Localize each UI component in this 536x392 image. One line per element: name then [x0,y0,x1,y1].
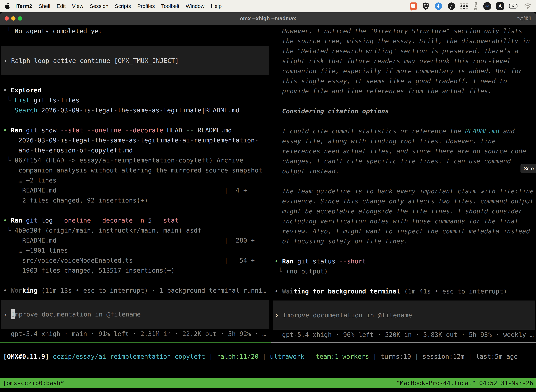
terminal-line [0,115,271,125]
menu-item-help[interactable]: Help [208,3,225,9]
terminal-line: README.md | 4 + [0,185,271,195]
wifi-icon[interactable] [524,3,532,9]
shield-icon[interactable] [422,2,429,10]
right-terminal-pane[interactable]: However, I noticed the "Directory Struct… [271,25,536,343]
menu-item-iterm2[interactable]: iTerm2 [12,3,35,9]
menu-item-session[interactable]: Session [86,3,112,9]
terminal-line [271,176,536,186]
terminal-line: The team guideline is to back every impo… [271,186,536,196]
terminal-line: └ List git ls-files [0,95,271,105]
terminal-line: • Ran git status --short [271,256,536,266]
timer-icon[interactable]: ..61 [483,2,491,10]
terminal-line: └ No agents completed yet [0,26,271,36]
battery-charging-icon[interactable] [509,4,519,9]
terminal-line: └ 4b9d30f (origin/main, instructkr/main,… [0,225,271,235]
window-title-bar: omx --xhigh --madmax ⌥⌘1 [0,12,536,25]
menu-item-edit[interactable]: Edit [53,3,69,9]
crescent-icon[interactable] [447,2,455,10]
prompt-input[interactable]: › Improve documentation in @filename [273,300,535,330]
terminal-line: changes, I can't cite specific file line… [271,156,536,166]
terminal-line: might be acceptable alongside the file l… [271,206,536,216]
terminal-line: gpt-5.4 xhigh · 96% left · 520K in · 5.8… [271,330,536,340]
omx-status-line: [OMX#0.11.9] cczip/essay/ai-reimplementa… [0,343,536,360]
lightning-icon[interactable] [434,2,442,10]
menu-item-view[interactable]: View [69,3,86,9]
terminal-line [0,275,271,285]
terminal-line: • Waiting for background terminal (1m 41… [271,286,536,296]
apple-menu-icon[interactable] [5,3,10,9]
terminal-line: slight risk that future readers may over… [271,56,536,66]
menu-item-toolbelt[interactable]: Toolbelt [158,3,182,9]
menu-item-shell[interactable]: Shell [35,3,53,9]
screen-share-tooltip[interactable]: Scre [521,164,536,173]
terminal-line: 1903 files changed, 513517 insertions(+) [0,265,271,275]
terminal-line: README.md | 280 + [0,235,271,245]
terminal-line [0,205,271,215]
terminal-line: companion file, especially if more comme… [271,66,536,76]
terminal-content: └ No agents completed yet › Ralph loop a… [0,25,536,343]
terminal-line: Considering citation options [271,106,536,116]
chat-badge-icon[interactable] [410,2,417,10]
terminal-line: output instead. [271,166,536,176]
prompt-input[interactable]: › Ralph loop active continue [OMX_TMUX_I… [1,46,269,75]
menu-status-icons: ..61 A [410,2,536,10]
terminal-line: • Explored [0,85,271,95]
terminal-line: the "Related research writing" section i… [271,46,536,56]
terminal-line: review. Also, I might want to inspect th… [271,226,536,236]
terminal-line: └ 067f154 (HEAD -> essay/ai-reimplementa… [0,155,271,165]
terminal-line: I could cite commit statistics or refere… [271,126,536,136]
tmux-status-bar: [omx-cczip0:bash* "MacBook-Pro-44.local"… [0,378,536,388]
tmux-session-label: [omx-cczip0:bash* [3,379,64,387]
terminal-line [271,116,536,126]
terminal-line: • Working (11m 13s • esc to interrupt) ·… [0,285,271,295]
terminal-line: 2026-03-09-is-legal-the-same-as-legitima… [0,135,271,145]
terminal-line: and-the-erosion-of-copyleft.md [0,145,271,155]
terminal-line: └ (no output) [271,266,536,276]
terminal-line: essay file, along with finding root file… [271,136,536,146]
menu-items: iTerm2ShellEditViewSessionScriptsProfile… [12,3,225,9]
tmux-host-clock-label: "MacBook-Pro-44.local" 04:52 31-Mar-26 [396,379,533,387]
terminal-line: 2 files changed, 92 insertions(+) [0,195,271,205]
terminal-line: • Ran git log --oneline --decorate -n 5 … [0,215,271,225]
omx-status-zone: [OMX#0.11.9] cczip/essay/ai-reimplementa… [0,343,536,378]
terminal-line: the source tree, missing the essay. Stil… [271,36,536,46]
window-shortcut-badge: ⌥⌘1 [517,12,532,25]
terminal-line [271,246,536,256]
terminal-line: … +1901 lines [0,245,271,255]
terminal-line [0,75,271,85]
terminal-line: provide file and line references from th… [271,86,536,96]
terminal-line: … +2 lines [0,175,271,185]
terminal-line: gpt-5.4 xhigh · main · 91% left · 2.31M … [0,329,271,339]
terminal-line: companion analysis without altering the … [0,165,271,175]
prompt-input[interactable]: › Improve documentation in @filename [1,300,269,329]
terminal-line [271,96,536,106]
window-title: omx --xhigh --madmax [0,12,536,25]
figure-icon[interactable] [473,2,478,10]
terminal-line: evidence. Since this change only affects… [271,196,536,206]
terminal-line [271,276,536,286]
a-key-icon[interactable]: A [496,2,504,10]
terminal-line: Search 2026-03-09-is-legal-the-same-as-l… [0,105,271,115]
menu-item-profiles[interactable]: Profiles [134,3,158,9]
left-terminal-pane[interactable]: └ No agents completed yet › Ralph loop a… [0,25,271,343]
dots-grid-icon[interactable] [460,3,468,9]
terminal-line: references need actual files, and since … [271,146,536,156]
terminal-line: • Ran git show --stat --oneline --decora… [0,125,271,135]
terminal-line: including verification notes with those … [271,216,536,226]
terminal-line: of focusing solely on file lines. [271,236,536,246]
menu-bar: iTerm2ShellEditViewSessionScriptsProfile… [0,0,536,12]
menu-item-window[interactable]: Window [182,3,208,9]
terminal-line: this single essay, it seems like a good … [271,76,536,86]
terminal-line [0,36,271,46]
terminal-line: src/voice/voiceModeEnabled.ts | 54 + [0,255,271,265]
terminal-line: However, I noticed the "Directory Struct… [271,26,536,36]
menu-item-scripts[interactable]: Scripts [112,3,134,9]
